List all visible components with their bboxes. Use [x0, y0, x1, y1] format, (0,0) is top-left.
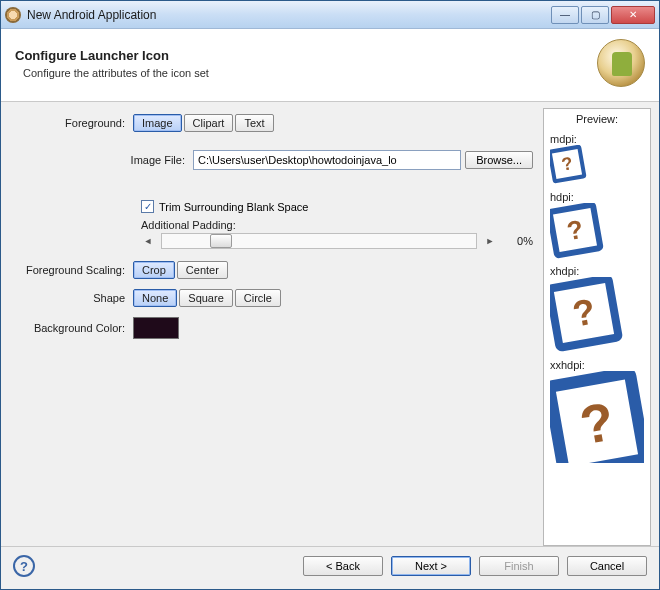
minimize-button[interactable]: — [551, 6, 579, 24]
preview-panel: Preview: mdpi: ? hdpi: ? xhdpi: ? xxhdpi… [543, 108, 651, 546]
trim-label: Trim Surrounding Blank Space [159, 201, 308, 213]
page-subtitle: Configure the attributes of the icon set [15, 67, 587, 79]
shape-none-button[interactable]: None [133, 289, 177, 307]
foreground-toggle-group: Image Clipart Text [133, 114, 533, 132]
shape-toggle-group: None Square Circle [133, 289, 533, 307]
trim-checkbox[interactable]: ✓ [141, 200, 154, 213]
padding-slider[interactable] [161, 233, 477, 249]
scaling-toggle-group: Crop Center [133, 261, 533, 279]
image-file-label: Image File: [13, 154, 193, 166]
window-title: New Android Application [27, 8, 549, 22]
dialog-header: Configure Launcher Icon Configure the at… [1, 29, 659, 102]
foreground-label: Foreground: [13, 117, 133, 129]
preview-mdpi-icon: ? [550, 145, 587, 184]
padding-slider-thumb[interactable] [210, 234, 232, 248]
maximize-button[interactable]: ▢ [581, 6, 609, 24]
padding-label: Additional Padding: [141, 219, 533, 231]
scaling-label: Foreground Scaling: [13, 264, 133, 276]
titlebar[interactable]: New Android Application — ▢ ✕ [1, 1, 659, 29]
window-controls: — ▢ ✕ [549, 6, 655, 24]
android-banner-icon [597, 39, 645, 87]
shape-square-button[interactable]: Square [179, 289, 232, 307]
trim-checkbox-row[interactable]: ✓ Trim Surrounding Blank Space [141, 200, 533, 213]
shape-label: Shape [13, 292, 133, 304]
bgcolor-label: Background Color: [13, 322, 133, 334]
cancel-button[interactable]: Cancel [567, 556, 647, 576]
shape-circle-button[interactable]: Circle [235, 289, 281, 307]
preview-xxhdpi-icon: ? [550, 371, 644, 463]
padding-increase-icon[interactable]: ► [483, 236, 497, 246]
preview-xhdpi-label: xhdpi: [550, 265, 644, 277]
close-button[interactable]: ✕ [611, 6, 655, 24]
padding-value: 0% [503, 235, 533, 247]
foreground-clipart-button[interactable]: Clipart [184, 114, 234, 132]
app-icon [5, 7, 21, 23]
back-button[interactable]: < Back [303, 556, 383, 576]
preview-xxhdpi-label: xxhdpi: [550, 359, 644, 371]
preview-hdpi-icon: ? [550, 203, 604, 259]
help-button[interactable]: ? [13, 555, 35, 577]
preview-xhdpi-icon: ? [550, 277, 623, 352]
next-button[interactable]: Next > [391, 556, 471, 576]
padding-decrease-icon[interactable]: ◄ [141, 236, 155, 246]
preview-mdpi-label: mdpi: [550, 133, 644, 145]
scaling-center-button[interactable]: Center [177, 261, 228, 279]
page-title: Configure Launcher Icon [15, 48, 587, 63]
preview-hdpi-label: hdpi: [550, 191, 644, 203]
image-file-input[interactable] [193, 150, 461, 170]
browse-button[interactable]: Browse... [465, 151, 533, 169]
foreground-text-button[interactable]: Text [235, 114, 273, 132]
foreground-image-button[interactable]: Image [133, 114, 182, 132]
scaling-crop-button[interactable]: Crop [133, 261, 175, 279]
bgcolor-swatch[interactable] [133, 317, 179, 339]
preview-title: Preview: [550, 113, 644, 125]
dialog-content: Foreground: Image Clipart Text Image Fil… [1, 102, 659, 546]
form-panel: Foreground: Image Clipart Text Image Fil… [9, 108, 537, 546]
dialog-footer: ? < Back Next > Finish Cancel [1, 546, 659, 589]
finish-button: Finish [479, 556, 559, 576]
dialog-window: New Android Application — ▢ ✕ Configure … [0, 0, 660, 590]
